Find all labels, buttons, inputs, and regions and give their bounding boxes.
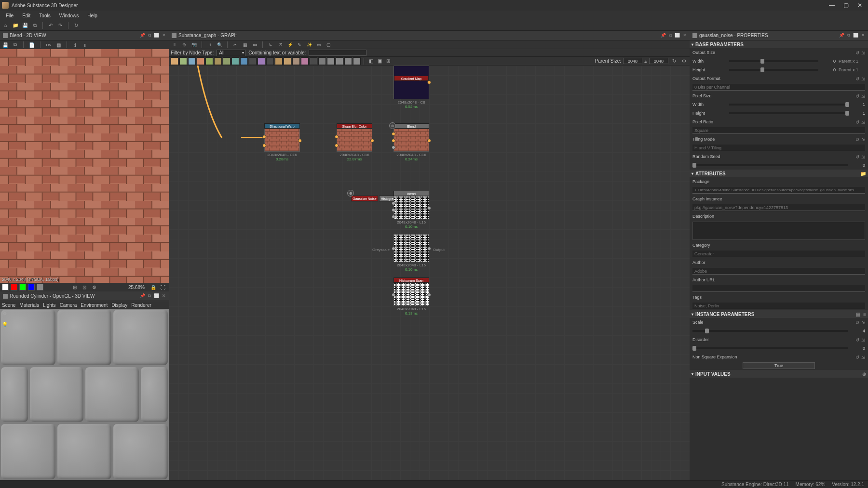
pin-icon[interactable]: 📌	[661, 33, 666, 38]
atomic-node-12[interactable]	[275, 57, 283, 65]
refresh-parent-icon[interactable]: ↻	[670, 57, 678, 65]
expose-icon[interactable]: ⇲	[861, 137, 865, 142]
atomic-node-13[interactable]	[284, 57, 291, 65]
undock-icon[interactable]: ⧉	[669, 33, 672, 38]
input-port-3[interactable]	[392, 215, 395, 219]
disorder-slider[interactable]	[692, 347, 848, 349]
g-swatch[interactable]	[19, 284, 26, 290]
scale-slider[interactable]	[692, 330, 848, 332]
expose-icon[interactable]: ⇲	[861, 337, 865, 343]
output-port[interactable]	[298, 139, 302, 143]
output-format-field[interactable]	[692, 84, 865, 91]
focus-icon[interactable]: ⊕	[180, 41, 188, 49]
menu-environment[interactable]: Environment	[81, 303, 108, 308]
node-gaussian-noise[interactable]: Gaussian Noise	[351, 196, 378, 201]
reset-icon[interactable]: ↺	[855, 337, 859, 343]
atomic-node-4[interactable]	[205, 57, 213, 65]
open-icon[interactable]: 📁	[12, 22, 19, 29]
atomic-node-2[interactable]	[188, 57, 196, 65]
expose-icon[interactable]: ⇲	[861, 76, 865, 81]
node-blend-2[interactable]: Blend 2048x2048 - L16 0.10ms	[393, 191, 429, 229]
menu-windows[interactable]: Windows	[55, 12, 83, 19]
package-field[interactable]	[692, 187, 865, 194]
atomic-node-3[interactable]	[197, 57, 204, 65]
close-button[interactable]: ✕	[857, 2, 862, 9]
menu-file[interactable]: File	[2, 12, 17, 19]
undo-icon[interactable]: ↶	[47, 22, 54, 29]
menu-renderer[interactable]: Renderer	[131, 303, 151, 308]
link-icon[interactable]: ⫘	[251, 41, 258, 49]
atomic-node-15[interactable]	[301, 57, 309, 65]
node-badge-icon[interactable]: ⊕	[389, 122, 396, 129]
random-seed-slider[interactable]	[692, 164, 848, 166]
section-instance-parameters[interactable]: ▾ INSTANCE PARAMETERS ▤≡	[690, 310, 868, 318]
new-icon[interactable]: 📄	[28, 41, 35, 48]
lock-icon[interactable]: 🔒	[149, 283, 157, 291]
timing-icon[interactable]: ⏱	[276, 41, 284, 49]
atomic-node-0[interactable]	[171, 57, 178, 65]
input-port[interactable]	[335, 135, 339, 139]
atomic-node-5[interactable]	[214, 57, 222, 65]
expose-icon[interactable]: ⇲	[861, 154, 865, 159]
node-blend-1[interactable]: Blend ⊕ 2048x2048 - C16 0.24ms	[393, 123, 429, 161]
search-icon[interactable]: 🔍	[216, 41, 223, 49]
menu-tools[interactable]: Tools	[35, 12, 54, 19]
fit-icon[interactable]: ⛶	[159, 283, 167, 291]
atomic-node-19[interactable]	[336, 57, 343, 65]
reset-icon[interactable]: ↺	[855, 137, 859, 142]
mode-icon[interactable]: ◧	[367, 57, 375, 65]
close-panel-icon[interactable]: ✕	[162, 293, 166, 299]
input-port[interactable]	[392, 293, 395, 297]
light-icon[interactable]: 💡	[1, 320, 9, 328]
maximize-panel-icon[interactable]: ⬜	[853, 33, 858, 38]
expose-icon[interactable]: ⇲	[861, 355, 865, 360]
category-field[interactable]	[692, 251, 865, 257]
view3d-canvas[interactable]: ✥ 💡	[0, 309, 169, 480]
menu-camera[interactable]: Camera	[60, 303, 77, 308]
height-slider[interactable]	[729, 69, 818, 71]
reset-icon[interactable]: ↺	[855, 355, 859, 360]
input-port-2[interactable]	[262, 144, 266, 147]
atomic-node-16[interactable]	[310, 57, 317, 65]
options-icon[interactable]: ⚙	[90, 283, 98, 291]
section-attributes[interactable]: ▾ ATTRIBUTES 📁	[690, 170, 868, 177]
reset-icon[interactable]: ↺	[855, 93, 859, 99]
frame-icon[interactable]: ▢	[325, 41, 332, 49]
pixel-width-slider[interactable]	[729, 104, 848, 106]
align-icon[interactable]: ⫴	[171, 41, 178, 49]
node-badge-icon[interactable]: ⊕	[347, 190, 354, 197]
atomic-node-21[interactable]	[353, 57, 361, 65]
menu-lights[interactable]: Lights	[43, 303, 56, 308]
atomic-node-14[interactable]	[292, 57, 300, 65]
refresh-icon[interactable]: ↻	[72, 22, 80, 29]
info-icon[interactable]: ℹ	[72, 41, 79, 48]
move-gizmo-icon[interactable]: ✥	[1, 310, 9, 317]
pixel-ratio-field[interactable]	[692, 127, 865, 134]
maximize-panel-icon[interactable]: ⬜	[154, 293, 159, 299]
input-port[interactable]	[392, 247, 395, 251]
reset-icon[interactable]: ↺	[855, 320, 859, 325]
atomic-node-17[interactable]	[318, 57, 326, 65]
input-port-2[interactable]	[392, 208, 395, 212]
home-icon[interactable]: ⌂	[2, 22, 10, 29]
force-icon[interactable]: ⚡	[286, 41, 294, 49]
output-port[interactable]	[427, 80, 431, 84]
reset-icon[interactable]: ↺	[855, 50, 859, 55]
menu-scene[interactable]: Scene	[2, 303, 15, 308]
folder-icon[interactable]: 📁	[860, 171, 866, 176]
atomic-node-9[interactable]	[249, 57, 257, 65]
rgb-swatch[interactable]	[2, 284, 9, 290]
parent-width-input[interactable]	[623, 58, 642, 64]
settings-icon[interactable]: ⚙	[680, 57, 688, 65]
menu-edit[interactable]: Edit	[18, 12, 34, 19]
node-slope-blur[interactable]: Slope Blur Color 2048x2048 - C16 22.87ms	[337, 123, 372, 161]
redo-icon[interactable]: ↷	[56, 22, 64, 29]
undock-icon[interactable]: ⧉	[148, 33, 151, 38]
undock-icon[interactable]: ⧉	[148, 293, 151, 299]
filter-type-dropdown[interactable]: All	[217, 50, 245, 56]
atomic-node-11[interactable]	[266, 57, 274, 65]
expose-icon[interactable]: ⇲	[861, 93, 865, 99]
maximize-panel-icon[interactable]: ⬜	[154, 33, 159, 38]
input-port-3[interactable]	[392, 145, 395, 149]
pixel-height-slider[interactable]	[729, 112, 848, 114]
